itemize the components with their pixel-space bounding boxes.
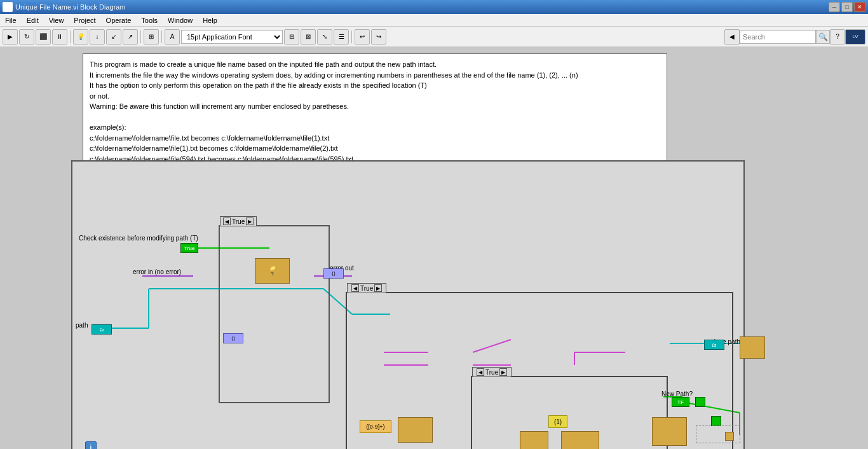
search-arrow[interactable]: ◀ (724, 29, 740, 45)
search-button[interactable]: 🔍 (816, 30, 830, 44)
sep3 (161, 31, 162, 43)
labview-corner: LV (845, 29, 865, 45)
regex-constant: ([0-9]+) (360, 420, 391, 433)
menu-project[interactable]: Project (69, 15, 100, 25)
abort-button[interactable]: ⬛ (36, 29, 51, 45)
new-path-terminal: TF (672, 397, 689, 407)
step-over[interactable]: ↓ (90, 29, 105, 45)
redo-button[interactable]: ↪ (371, 29, 386, 45)
outer-case-struct: ◀ True ▶ 📁? ⟨⟩ (219, 225, 330, 403)
run-continuously-button[interactable]: ↻ (19, 29, 34, 45)
desc-line-3: It has the option to only perform this o… (90, 80, 660, 91)
main-content: This program is made to create a unique … (0, 47, 868, 449)
reorder-button[interactable]: ☰ (334, 29, 349, 45)
error-in-label: error in (no error) (133, 268, 181, 275)
number-constant: (1) (548, 415, 567, 428)
menu-view[interactable]: View (44, 15, 69, 25)
string-node-1 (561, 431, 599, 449)
case-prev-arrow[interactable]: ◀ (223, 218, 231, 225)
info-icon: i (85, 441, 97, 449)
case-next-arrow[interactable]: ▶ (246, 218, 254, 225)
search-box: ◀ 🔍 ? LV (724, 29, 865, 45)
case-header-1: ◀ True ▶ (220, 216, 257, 226)
minimize-button[interactable]: ─ (829, 2, 840, 12)
error-in-cluster: ⟨⟩ (223, 333, 243, 343)
diagram-area[interactable]: path 🗂 unique path 🗂 Check existence bef… (71, 160, 745, 449)
menu-file[interactable]: File (0, 15, 22, 25)
menu-edit[interactable]: Edit (22, 15, 44, 25)
desc-line-2: It increments the file the way the windo… (90, 70, 660, 81)
inner-case-header: ◀ True ▶ (472, 367, 512, 377)
align-button[interactable]: ⊟ (284, 29, 299, 45)
main-case-struct: ◀ True ▶ ◀ True ▶ (1) ([0-9]+) (346, 292, 733, 449)
toolbar: ▶ ↻ ⬛ ⏸ 💡 ↓ ↙ ↗ ⊞ A 15pt Application Fon… (0, 27, 868, 47)
build-path-node (740, 336, 765, 359)
menu-window[interactable]: Window (163, 15, 198, 25)
path-label: path (76, 322, 88, 329)
path-terminal: 🗂 (92, 324, 112, 335)
desc-line-1: This program is made to create a unique … (90, 59, 660, 70)
maximize-button[interactable]: □ (841, 2, 853, 12)
run-button[interactable]: ▶ (3, 29, 18, 45)
sep4 (351, 31, 352, 43)
undo-button[interactable]: ↩ (355, 29, 370, 45)
resize-button[interactable]: ⤡ (317, 29, 332, 45)
desc-ex1: c:\foldername\foldername\file.txt become… (90, 133, 660, 144)
menu-operate[interactable]: Operate (101, 15, 137, 25)
match-pattern-node (398, 417, 433, 443)
string-concat-node (652, 417, 687, 446)
help-button[interactable]: ? (830, 29, 845, 45)
main-case-header: ◀ True ▶ (347, 283, 386, 293)
case-true-label: True (232, 218, 245, 225)
step-out[interactable]: ↗ (123, 29, 138, 45)
search-input[interactable] (740, 30, 816, 44)
inner-case-struct-1: ◀ True ▶ (1) (471, 376, 668, 449)
desc-examples: example(s): (90, 122, 660, 133)
check-existence-label: Check existence before modifying path (T… (79, 235, 198, 242)
bool-green-2 (711, 416, 721, 426)
clean-diagram[interactable]: ⊞ (144, 29, 159, 45)
pause-button[interactable]: ⏸ (52, 29, 67, 45)
description-box: This program is made to create a unique … (83, 53, 667, 170)
menu-bar: File Edit View Project Operate Tools Win… (0, 14, 868, 27)
sep1 (70, 31, 71, 43)
dashed-box (696, 425, 740, 443)
desc-line-blank (90, 112, 660, 123)
close-button[interactable]: ✕ (854, 2, 865, 12)
text-settings[interactable]: A (165, 29, 180, 45)
title-bar: Unique File Name.vi Block Diagram ─ □ ✕ (0, 0, 868, 14)
window-controls: ─ □ ✕ (829, 2, 865, 12)
menu-help[interactable]: Help (198, 15, 222, 25)
window-title: Unique File Name.vi Block Diagram (15, 3, 829, 11)
sep2 (140, 31, 141, 43)
desc-line-4: or not. (90, 91, 660, 102)
bool-green-1 (695, 397, 705, 407)
step-into[interactable]: ↙ (106, 29, 121, 45)
desc-ex2: c:\foldername\foldername\file(1).txt bec… (90, 143, 660, 154)
build-array-node (520, 431, 548, 449)
highlight-execution[interactable]: 💡 (73, 29, 88, 45)
error-out-terminal: ⟨⟩ (323, 268, 344, 279)
desc-line-5: Warning: Be aware this function will inc… (90, 101, 660, 112)
menu-tools[interactable]: Tools (136, 15, 163, 25)
file-exists-node: 📁? (255, 258, 290, 284)
check-bool-terminal: True (180, 243, 198, 253)
font-selector[interactable]: 15pt Application Font (181, 30, 283, 44)
distribute-button[interactable]: ⊠ (301, 29, 316, 45)
app-icon (3, 2, 13, 12)
